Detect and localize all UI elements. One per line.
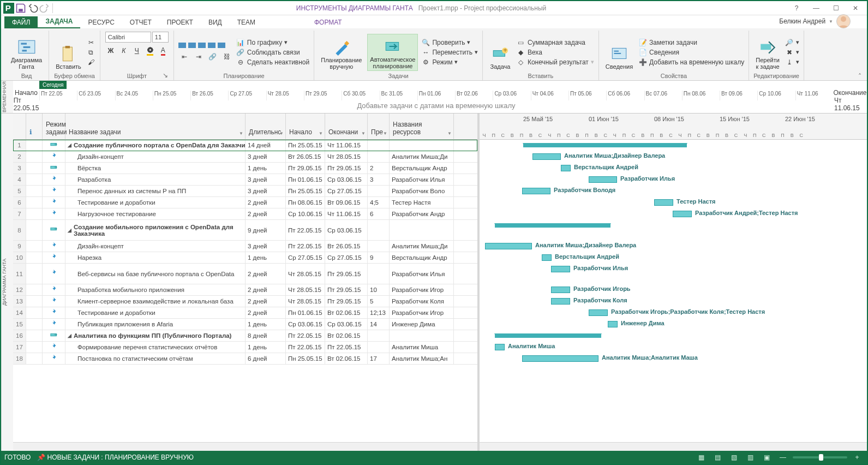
row-predecessors[interactable]: 3 [368,174,390,185]
insert-task-button[interactable]: + Задача [487,34,513,71]
move-button[interactable]: ↔Переместить ▾ [421,48,478,57]
col-end[interactable]: Окончани▼ [325,114,368,139]
format-painter-button[interactable]: 🖌 [87,58,95,67]
row-number[interactable]: 16 [13,330,26,341]
save-icon[interactable] [15,3,26,14]
row-number[interactable]: 7 [13,208,26,219]
row-name[interactable]: Дизайн-концепт [65,151,246,162]
row-number[interactable]: 2 [13,151,26,162]
table-row[interactable]: 9Дизайн-концепт3 днейПт 22.05.15Вт 26.05… [13,241,477,252]
cut-button[interactable]: ✂ [87,38,95,47]
table-row[interactable]: 17Формирование перечня статистических от… [13,342,477,353]
row-number[interactable]: 14 [13,307,26,318]
row-predecessors[interactable]: 2 [368,163,390,174]
table-row[interactable]: 3Вёрстка1 деньПт 29.05.15Пт 29.05.152Вер… [13,163,477,174]
col-name[interactable]: Название задачи▼ [65,114,246,139]
gantt-summary-bar[interactable] [495,333,601,338]
tab-format[interactable]: ФОРМАТ [307,16,350,28]
row-name[interactable]: Тестирование и доработки [65,197,246,208]
gantt-task-bar[interactable] [551,298,570,305]
gantt-task-bar[interactable] [654,199,673,206]
row-duration[interactable]: 1 день [246,342,286,353]
row-predecessors[interactable] [368,186,390,196]
table-row[interactable]: 16◢Аналитика по функциям ПП (Публичного … [13,330,477,342]
row-resources[interactable]: Аналитик Миша;Ди [390,151,454,162]
clear-button[interactable]: ✖▾ [785,48,799,57]
row-resources[interactable]: Разработчик Илья [390,264,454,284]
row-name[interactable]: Нарезка [65,252,246,263]
row-start[interactable]: Пт 22.05.15 [286,330,325,341]
gantt-task-bar[interactable] [608,321,618,327]
font-name-input[interactable] [105,32,151,43]
view-usage-icon[interactable]: ▤ [711,452,724,463]
row-number[interactable]: 3 [13,163,26,174]
row-duration[interactable]: 3 дней [246,151,286,162]
on-schedule-button[interactable]: 📊По графику ▾ [236,38,309,47]
row-name[interactable]: ◢Создание мобильного приложения с OpenDa… [65,220,246,240]
collapse-ribbon-icon[interactable]: ˄ [856,73,864,80]
gantt-task-bar[interactable] [522,355,598,362]
table-row[interactable]: 8◢Создание мобильного приложения с OpenD… [13,220,477,241]
row-number[interactable]: 17 [13,342,26,353]
row-predecessors[interactable] [368,151,390,162]
view-network-icon[interactable]: ▧ [727,452,740,463]
row-resources[interactable]: Верстальщик Андр [390,163,454,174]
tab-file[interactable]: ФАЙЛ [4,16,38,28]
undo-icon[interactable] [27,3,38,14]
row-end[interactable]: Вт 09.06.15 [325,197,368,208]
row-resources[interactable]: Разработчик Коля [390,296,454,307]
row-resources[interactable]: Разработчик Илья [390,174,454,185]
font-color-button[interactable]: A [157,45,169,57]
scroll-to-task-button[interactable]: Перейти к задаче [753,34,782,71]
view-gantt-icon[interactable]: ▦ [695,452,708,463]
row-resources[interactable]: Аналитик Миша;Ан [390,353,454,364]
row-predecessors[interactable]: 10 [368,284,390,295]
row-name[interactable]: Публикация приложения в Afaria [65,319,246,330]
row-end[interactable]: Пт 22.05.15 [325,342,368,353]
table-row[interactable]: 11Веб-сервисы на базе публичного портала… [13,264,477,284]
col-duration[interactable]: Длительнс▼ [246,114,286,139]
row-name[interactable]: ◢Аналитика по функциям ПП (Публичного По… [65,330,246,341]
row-predecessors[interactable]: 5 [368,296,390,307]
gantt-task-bar[interactable] [485,243,532,249]
gantt-summary-bar[interactable] [495,223,610,228]
row-duration[interactable]: 3 дней [246,174,286,185]
tab-resource[interactable]: РЕСУРС [80,16,122,28]
table-row[interactable]: 6Тестирование и доработки2 днейПн 08.06.… [13,197,477,208]
fill-color-button[interactable]: 🞉 [144,45,156,57]
row-start[interactable]: Пт 22.05.15 [286,241,325,252]
indent-button[interactable]: ⇥ [193,51,205,63]
row-duration[interactable]: 3 дней [246,186,286,196]
inactivate-button[interactable]: ⊖Сделать неактивной [236,58,309,67]
table-row[interactable]: 14Тестирование и доработки2 днейПн 01.06… [13,307,477,319]
row-resources[interactable]: Верстальщик Андр [390,252,454,263]
row-resources[interactable]: Аналитик Миша;Ди [390,241,454,252]
maximize-icon[interactable]: ☐ [828,4,844,12]
row-number[interactable]: 9 [13,241,26,252]
unlink-button[interactable]: ⛓ [221,51,233,63]
link-button[interactable]: 🔗 [207,51,219,63]
row-name[interactable]: Дизайн-концепт [65,241,246,252]
row-name[interactable]: Веб-сервисы на базе публичного портала с… [65,264,246,284]
row-start[interactable]: Ср 27.05.15 [286,252,325,263]
bold-button[interactable]: Ж [105,45,117,57]
table-row[interactable]: 12Разработка мобильного приложения2 дней… [13,284,477,296]
close-icon[interactable]: ✕ [847,4,864,12]
table-row[interactable]: 13Клиент-серверное взаимодействие и лока… [13,296,477,307]
row-resources[interactable]: Разработчик Игор [390,307,454,318]
table-row[interactable]: 15Публикация приложения в Afaria1 деньСр… [13,319,477,330]
row-duration[interactable]: 3 дней [246,241,286,252]
row-name[interactable]: Разработка [65,174,246,185]
row-start[interactable]: Пн 01.06.15 [286,174,325,185]
row-resources[interactable] [390,140,454,151]
zoom-in-icon[interactable]: + [851,452,864,463]
view-calendar-icon[interactable]: ▥ [744,452,757,463]
row-start[interactable]: Пн 08.06.15 [286,197,325,208]
row-name[interactable]: Вёрстка [65,163,246,174]
row-number[interactable]: 18 [13,353,26,364]
gantt-task-bar[interactable] [522,188,550,194]
row-number[interactable]: 1 [13,140,26,151]
row-number[interactable]: 6 [13,197,26,208]
row-duration[interactable]: 8 дней [246,330,286,341]
row-duration[interactable]: 2 дней [246,307,286,318]
